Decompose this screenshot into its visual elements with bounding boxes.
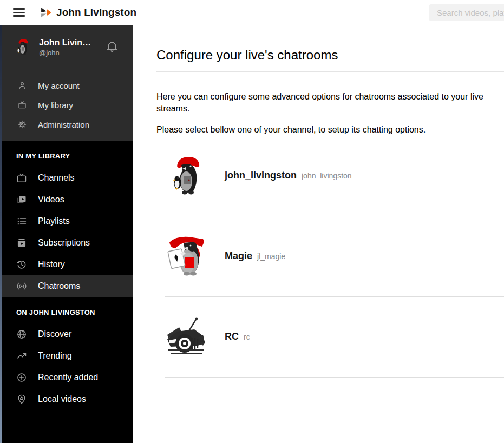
sidebar-item-playlists[interactable]: Playlists xyxy=(0,210,133,232)
channel-handle: jl_magie xyxy=(257,252,285,261)
live-broadcast-icon xyxy=(16,281,27,292)
gear-icon xyxy=(18,120,27,129)
top-header: John Livingston xyxy=(0,0,504,25)
sidebar-item-subscriptions[interactable]: Subscriptions xyxy=(0,232,133,254)
instance-section: ON JOHN LIVINGSTON Discover xyxy=(0,297,133,410)
user-handle: @john xyxy=(39,49,93,57)
plus-circle-icon xyxy=(16,372,27,383)
sidebar-item-label: Recently added xyxy=(38,373,98,382)
channel-handle: john_livingston xyxy=(302,171,352,180)
channel-text: Magie jl_magie xyxy=(225,250,285,262)
instruction-text: Please select bellow one of your channel… xyxy=(156,124,504,136)
sidebar-item-label: My account xyxy=(38,81,80,90)
sidebar-item-label: My library xyxy=(38,101,73,110)
sidebar-item-label: Playlists xyxy=(38,216,70,226)
videos-icon xyxy=(16,194,27,205)
channel-list: john_livingston john_livingston Magie jl… xyxy=(165,136,504,378)
user-display-name[interactable]: John Livingston xyxy=(39,38,93,48)
page-title: Configure your live's chatrooms xyxy=(156,48,504,72)
channel-row-magie[interactable]: Magie jl_magie xyxy=(165,216,504,297)
intro-text: Here you can configure some advanced opt… xyxy=(156,91,504,114)
search-input[interactable] xyxy=(429,4,504,21)
sidebar-item-local-videos[interactable]: Local videos xyxy=(0,388,133,410)
channel-avatar-rc-car[interactable] xyxy=(165,315,208,359)
menu-toggle-icon[interactable] xyxy=(13,8,25,17)
sidebar-item-videos[interactable]: Videos xyxy=(0,189,133,210)
sidebar-scrollbar[interactable] xyxy=(0,25,2,443)
channel-avatar-magician-penguin[interactable] xyxy=(165,235,208,278)
library-section: IN MY LIBRARY Channels Videos xyxy=(0,141,133,297)
notifications-bell-icon[interactable] xyxy=(105,39,119,55)
sidebar-item-label: Chatrooms xyxy=(38,281,80,291)
main-content: Configure your live's chatrooms Here you… xyxy=(133,25,504,443)
sidebar-item-channels[interactable]: Channels xyxy=(0,167,133,189)
tv-icon xyxy=(16,173,27,183)
account-links: My account My library xyxy=(0,69,133,141)
channel-name[interactable]: RC xyxy=(225,331,239,342)
section-title: ON JOHN LIVINGSTON xyxy=(16,308,133,316)
tv-icon xyxy=(18,101,27,109)
sidebar-item-my-account[interactable]: My account xyxy=(0,79,133,92)
sidebar-item-label: Discover xyxy=(38,329,71,339)
sidebar: John Livingston @john My account xyxy=(0,25,133,443)
channel-avatar-penguin[interactable] xyxy=(165,154,208,197)
instance-title[interactable]: John Livingston xyxy=(56,6,136,18)
channel-name[interactable]: Magie xyxy=(225,250,252,262)
sidebar-item-my-library[interactable]: My library xyxy=(0,98,133,111)
channel-row-rc[interactable]: RC rc xyxy=(165,297,504,378)
history-icon xyxy=(16,259,27,270)
sidebar-item-recently-added[interactable]: Recently added xyxy=(0,367,133,388)
trending-icon xyxy=(16,351,27,361)
sidebar-item-label: History xyxy=(38,260,65,269)
peertube-app: John Livingston John Livingston @john xyxy=(0,0,504,443)
channel-name[interactable]: john_livingston xyxy=(225,170,297,181)
section-title: IN MY LIBRARY xyxy=(16,152,133,160)
channel-handle: rc xyxy=(244,333,250,341)
sidebar-item-history[interactable]: History xyxy=(0,254,133,275)
sidebar-item-label: Administration xyxy=(38,120,89,129)
sidebar-item-trending[interactable]: Trending xyxy=(0,345,133,367)
user-icon xyxy=(18,81,27,90)
user-avatar[interactable] xyxy=(14,38,32,56)
channel-text: RC rc xyxy=(225,331,250,342)
globe-icon xyxy=(16,329,27,340)
sidebar-item-administration[interactable]: Administration xyxy=(0,118,133,131)
channel-row-john-livingston[interactable]: john_livingston john_livingston xyxy=(165,136,504,216)
subscriptions-icon xyxy=(16,237,27,248)
sidebar-item-label: Local videos xyxy=(38,394,86,404)
sidebar-item-label: Trending xyxy=(38,351,72,361)
user-meta: John Livingston @john xyxy=(39,38,93,57)
channel-text: john_livingston john_livingston xyxy=(225,170,352,181)
sidebar-item-chatrooms[interactable]: Chatrooms xyxy=(0,275,133,297)
sidebar-item-discover[interactable]: Discover xyxy=(0,323,133,345)
sidebar-item-label: Channels xyxy=(38,173,75,183)
sidebar-item-label: Videos xyxy=(38,195,64,204)
peertube-logo-icon[interactable] xyxy=(40,7,51,18)
playlist-icon xyxy=(16,216,27,227)
sidebar-item-label: Subscriptions xyxy=(38,238,90,248)
sidebar-user-block: John Livingston @john xyxy=(0,25,133,69)
home-pin-icon xyxy=(16,394,27,405)
